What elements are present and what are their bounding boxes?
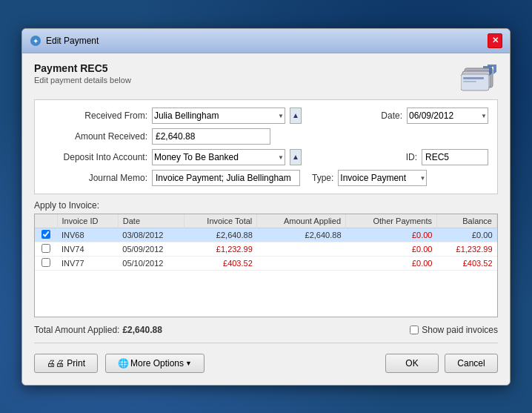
invoice-table: Invoice ID Date Invoice Total Amount App…	[35, 214, 497, 271]
total-amount: Total Amount Applied: £2,640.88	[34, 325, 162, 335]
row-checkbox-cell	[35, 242, 57, 256]
memo-input[interactable]	[152, 170, 300, 186]
received-from-label: Received From:	[44, 110, 147, 121]
row-invoice-id: INV77	[57, 256, 118, 270]
type-label: Type:	[312, 173, 333, 183]
show-paid-group: Show paid invoices	[410, 325, 498, 335]
date-select[interactable]: 06/09/2012	[407, 108, 488, 124]
row-invoice-total: £1,232.99	[184, 242, 256, 256]
table-row: INV74 05/09/2012 £1,232.99 £0.00 £1,232.…	[35, 242, 497, 256]
ok-button[interactable]: OK	[385, 354, 439, 373]
table-row: INV77 05/10/2012 £403.52 £0.00 £403.52	[35, 256, 497, 270]
row-checkbox-cell	[35, 256, 57, 270]
col-balance: Balance	[436, 214, 496, 228]
col-amount-applied: Amount Applied	[257, 214, 346, 228]
type-select-wrapper: Invoice Payment	[338, 170, 427, 186]
row-checkbox-0[interactable]	[41, 230, 50, 239]
received-from-row: Received From: Julia Bellingham ▲ Date: …	[44, 108, 488, 124]
row-date: 03/08/2012	[118, 228, 184, 242]
footer-row: Total Amount Applied: £2,640.88 Show pai…	[34, 322, 498, 338]
globe-icon: 🌐	[118, 358, 129, 369]
title-bar: ✦ Edit Payment ✕	[22, 29, 510, 53]
memo-label: Journal Memo:	[44, 173, 147, 183]
dialog-subtitle: Edit payment details below	[34, 76, 131, 85]
id-label: ID:	[406, 152, 417, 162]
row-invoice-total: £403.52	[184, 256, 256, 270]
row-invoice-total: £2,640.88	[184, 228, 256, 242]
apply-to-invoice-label: Apply to Invoice:	[34, 200, 498, 211]
deposit-select-wrapper: Money To Be Banked	[152, 149, 285, 165]
row-checkbox-1[interactable]	[41, 244, 50, 253]
amount-received-label: Amount Received:	[44, 131, 147, 142]
row-other-payments: £0.00	[346, 256, 437, 270]
dialog-header: Payment REC5 Edit payment details below	[34, 62, 498, 92]
row-balance: £1,232.99	[436, 242, 496, 256]
deposit-select[interactable]: Money To Be Banked	[152, 149, 285, 165]
amount-received-input[interactable]	[152, 128, 270, 145]
row-other-payments: £0.00	[346, 228, 437, 242]
amount-received-row: Amount Received:	[44, 128, 488, 145]
print-button[interactable]: 🖨 🖨 Print	[34, 354, 98, 373]
svg-text:✦: ✦	[33, 37, 39, 45]
deposit-label: Deposit Into Account:	[44, 152, 147, 162]
table-header-row: Invoice ID Date Invoice Total Amount App…	[35, 214, 497, 228]
id-field-group: ID:	[406, 149, 488, 165]
type-select[interactable]: Invoice Payment	[338, 170, 427, 186]
payment-icon	[461, 62, 498, 92]
memo-row: Journal Memo: Type: Invoice Payment	[44, 170, 488, 186]
deposit-up-button[interactable]: ▲	[290, 149, 302, 165]
total-label: Total Amount Applied:	[34, 325, 119, 335]
button-row: 🖨 🖨 Print 🌐 More Options ▼ OK Cancel	[34, 348, 498, 376]
right-buttons: OK Cancel	[385, 354, 498, 373]
svg-rect-8	[463, 81, 476, 82]
row-balance: £0.00	[436, 228, 496, 242]
form-section: Received From: Julia Bellingham ▲ Date: …	[34, 99, 498, 194]
row-amount-applied: £2,640.88	[257, 228, 346, 242]
dropdown-arrow-icon: ▼	[185, 360, 192, 367]
cancel-button[interactable]: Cancel	[445, 354, 498, 373]
row-invoice-id: INV68	[57, 228, 118, 242]
invoice-table-container: Invoice ID Date Invoice Total Amount App…	[34, 214, 498, 317]
dialog-body: Payment REC5 Edit payment details below …	[22, 53, 510, 385]
row-amount-applied	[257, 256, 346, 270]
button-divider	[34, 343, 498, 343]
close-button[interactable]: ✕	[488, 33, 502, 48]
date-label: Date:	[381, 110, 402, 121]
row-checkbox-cell	[35, 228, 57, 242]
show-paid-checkbox[interactable]	[410, 326, 419, 334]
col-check	[35, 214, 57, 228]
edit-payment-dialog: ✦ Edit Payment ✕ Payment REC5 Edit payme…	[21, 28, 511, 386]
print-icon: 🖨	[47, 358, 56, 369]
col-date: Date	[118, 214, 184, 228]
payment-id-title: Payment REC5	[34, 62, 131, 74]
received-from-select-wrapper: Julia Bellingham	[152, 108, 285, 124]
row-invoice-id: INV74	[57, 242, 118, 256]
row-balance: £403.52	[436, 256, 496, 270]
invoice-section: Apply to Invoice: Invoice ID Date Invoic…	[34, 200, 498, 317]
more-options-button[interactable]: 🌐 More Options ▼	[105, 354, 205, 373]
more-options-label: More Options	[130, 358, 184, 369]
left-buttons: 🖨 🖨 Print 🌐 More Options ▼	[34, 354, 205, 373]
print-label: 🖨 Print	[56, 358, 85, 369]
deposit-row: Deposit Into Account: Money To Be Banked…	[44, 149, 488, 165]
title-bar-text: Edit Payment	[46, 36, 99, 46]
received-from-up-button[interactable]: ▲	[290, 108, 302, 124]
total-value: £2,640.88	[122, 325, 162, 335]
date-select-wrapper: 06/09/2012	[407, 108, 488, 124]
row-amount-applied	[257, 242, 346, 256]
dialog-header-text: Payment REC5 Edit payment details below	[34, 62, 131, 85]
app-icon: ✦	[30, 35, 41, 47]
col-other-payments: Other Payments	[346, 214, 437, 228]
show-paid-label: Show paid invoices	[422, 325, 498, 335]
table-row: INV68 03/08/2012 £2,640.88 £2,640.88 £0.…	[35, 228, 497, 242]
col-invoice-id: Invoice ID	[57, 214, 118, 228]
date-field-group: Date: 06/09/2012	[381, 108, 488, 124]
row-checkbox-2[interactable]	[41, 258, 50, 267]
svg-rect-7	[463, 77, 484, 79]
row-date: 05/09/2012	[118, 242, 184, 256]
id-input[interactable]	[422, 149, 488, 165]
row-date: 05/10/2012	[118, 256, 184, 270]
row-other-payments: £0.00	[346, 242, 437, 256]
title-bar-left: ✦ Edit Payment	[30, 35, 99, 47]
received-from-select[interactable]: Julia Bellingham	[152, 108, 285, 124]
